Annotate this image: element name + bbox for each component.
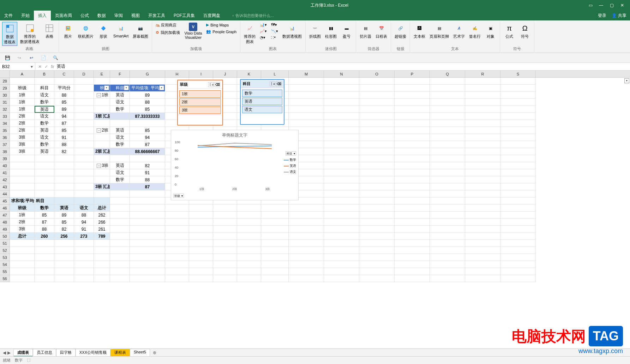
cell[interactable] xyxy=(94,190,110,198)
cell[interactable] xyxy=(261,261,289,268)
cell[interactable] xyxy=(430,219,465,226)
cell[interactable] xyxy=(189,261,213,268)
cell[interactable] xyxy=(130,190,165,198)
my-addins-button[interactable]: ⚙我的加载项 xyxy=(154,29,181,36)
cell[interactable] xyxy=(35,78,54,85)
sparkline-line-button[interactable]: 〰折线图 xyxy=(308,22,322,40)
sparkline-col-button[interactable]: ▮▮柱形图 xyxy=(324,22,338,40)
ribbon-options-icon[interactable]: ▭ xyxy=(586,1,595,9)
cell[interactable] xyxy=(213,240,237,247)
cell[interactable] xyxy=(500,134,536,141)
cell[interactable] xyxy=(289,92,324,99)
cell[interactable] xyxy=(465,99,500,106)
cell[interactable] xyxy=(359,205,395,212)
col-header[interactable]: O xyxy=(359,71,395,77)
cell[interactable] xyxy=(324,268,359,275)
cell[interactable] xyxy=(10,162,35,169)
cell[interactable] xyxy=(289,233,324,240)
cell[interactable] xyxy=(324,233,359,240)
cell[interactable] xyxy=(74,183,94,190)
cell[interactable] xyxy=(359,148,395,155)
cell[interactable] xyxy=(359,254,395,261)
chart-scatter-icon[interactable]: ⸬▾ xyxy=(270,35,280,41)
cell[interactable] xyxy=(359,169,395,176)
cell[interactable] xyxy=(54,268,74,275)
object-button[interactable]: ▣对象 xyxy=(484,22,498,40)
cell[interactable] xyxy=(359,162,395,169)
fx-icon[interactable]: fx xyxy=(51,64,54,69)
cell[interactable]: 88 xyxy=(54,141,74,148)
cell[interactable] xyxy=(324,190,359,198)
col-header[interactable]: Q xyxy=(430,71,465,77)
cell[interactable] xyxy=(430,78,465,85)
cell[interactable]: −2班 xyxy=(94,127,110,134)
row-header[interactable]: 56 xyxy=(0,275,10,282)
cell[interactable] xyxy=(165,254,189,261)
login-button[interactable]: 登录 xyxy=(598,13,606,19)
cell[interactable] xyxy=(74,155,94,162)
cell[interactable] xyxy=(465,254,500,261)
cell[interactable] xyxy=(94,261,110,268)
cell[interactable] xyxy=(395,148,430,155)
slicer-item[interactable]: 语文 xyxy=(242,106,282,113)
cell[interactable] xyxy=(261,219,289,226)
cell[interactable] xyxy=(213,254,237,261)
cell[interactable]: −1班 xyxy=(94,92,110,99)
col-header[interactable]: E xyxy=(94,71,110,77)
people-graph-button[interactable]: 👥People Graph xyxy=(205,29,238,35)
cell[interactable]: 87 xyxy=(54,120,74,127)
cell[interactable] xyxy=(430,148,465,155)
cell[interactable] xyxy=(74,261,94,268)
cell[interactable] xyxy=(324,247,359,254)
cell[interactable]: 总计 xyxy=(94,205,110,212)
cell[interactable] xyxy=(289,205,324,212)
cell[interactable] xyxy=(395,134,430,141)
cell[interactable] xyxy=(359,127,395,134)
cell[interactable] xyxy=(74,176,94,183)
cell[interactable] xyxy=(289,247,324,254)
cell[interactable]: 2班 汇总 xyxy=(94,148,110,155)
cell[interactable] xyxy=(74,78,94,85)
table-button[interactable]: 表格 xyxy=(42,22,56,40)
cell[interactable] xyxy=(94,240,110,247)
menu-file[interactable]: 文件 xyxy=(0,11,17,20)
cell[interactable] xyxy=(289,85,324,92)
cell[interactable]: 91 xyxy=(54,134,74,141)
cell[interactable]: 256 xyxy=(54,233,74,240)
save-icon[interactable]: 💾 xyxy=(4,55,11,61)
cell[interactable] xyxy=(465,198,500,205)
cell[interactable] xyxy=(395,275,430,282)
cell[interactable] xyxy=(10,183,35,190)
cell[interactable] xyxy=(324,127,359,134)
chart-bar-icon[interactable]: 📊▾ xyxy=(258,22,268,28)
cell[interactable] xyxy=(130,247,165,254)
cell[interactable] xyxy=(74,275,94,282)
cell[interactable] xyxy=(465,127,500,134)
cell[interactable] xyxy=(465,226,500,233)
cell[interactable] xyxy=(110,226,130,233)
cell[interactable] xyxy=(465,148,500,155)
cell[interactable]: 85 xyxy=(54,219,74,226)
cell[interactable] xyxy=(359,190,395,198)
cell[interactable] xyxy=(237,268,261,275)
cell[interactable] xyxy=(130,198,165,205)
cell[interactable] xyxy=(261,205,289,212)
cell[interactable]: 语文 xyxy=(74,205,94,212)
cell[interactable] xyxy=(500,120,536,127)
row-header[interactable]: 43 xyxy=(0,183,10,190)
row-header[interactable]: 49 xyxy=(0,226,10,233)
cell[interactable] xyxy=(324,78,359,85)
cell[interactable] xyxy=(189,254,213,261)
slicer-item[interactable]: 1班 xyxy=(179,90,221,98)
col-header[interactable]: I xyxy=(189,71,213,77)
cell[interactable] xyxy=(430,120,465,127)
cell[interactable] xyxy=(74,162,94,169)
cell[interactable] xyxy=(130,155,165,162)
cell[interactable] xyxy=(395,212,430,219)
cell[interactable]: 1班 xyxy=(10,212,35,219)
row-header[interactable]: 32 xyxy=(0,106,10,113)
cell[interactable]: 3班 xyxy=(10,226,35,233)
cell[interactable] xyxy=(430,162,465,169)
cell[interactable] xyxy=(395,205,430,212)
cell[interactable] xyxy=(94,275,110,282)
